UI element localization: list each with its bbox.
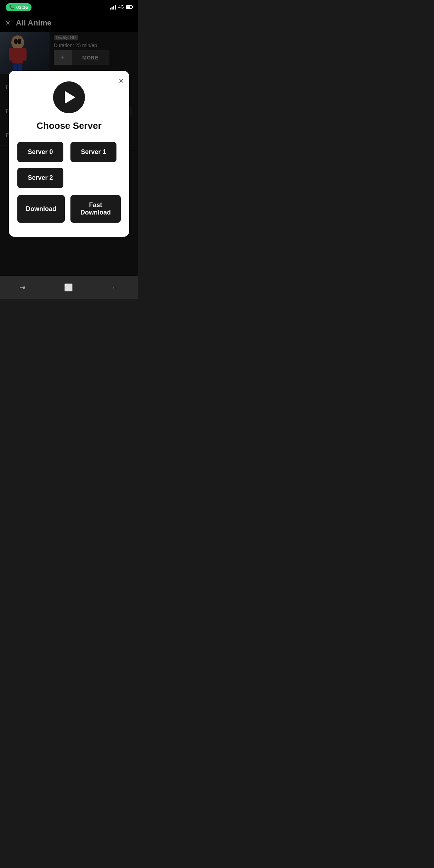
play-icon bbox=[65, 91, 75, 104]
top-bar: × All Anime bbox=[0, 14, 138, 32]
back-icon[interactable]: ← bbox=[106, 281, 124, 295]
status-left: 📞 03:16 bbox=[6, 3, 32, 11]
server-2-button[interactable]: Server 2 bbox=[17, 168, 63, 188]
back-close-icon[interactable]: × bbox=[6, 18, 10, 28]
scrollable-content: Quality: HD Duration: 25 min/ep + MORE E… bbox=[0, 32, 138, 276]
recent-apps-icon[interactable]: ⇥ bbox=[14, 280, 31, 295]
signal-bar-2 bbox=[112, 7, 113, 10]
server-row-2: Server 2 bbox=[17, 168, 121, 188]
choose-server-modal: × Choose Server Server 0 Server 1 Server… bbox=[9, 71, 129, 237]
play-circle bbox=[53, 81, 85, 113]
server-1-button[interactable]: Server 1 bbox=[70, 142, 116, 162]
download-row: Download Fast Download bbox=[17, 195, 121, 223]
home-icon[interactable]: ⬜ bbox=[58, 280, 79, 295]
download-button[interactable]: Download bbox=[17, 195, 65, 223]
fast-download-button[interactable]: Fast Download bbox=[70, 195, 121, 223]
status-bar: 📞 03:16 4G bbox=[0, 0, 138, 14]
modal-title: Choose Server bbox=[36, 120, 102, 131]
modal-close-button[interactable]: × bbox=[119, 76, 124, 85]
call-time: 03:16 bbox=[16, 5, 28, 10]
server-row-1: Server 0 Server 1 bbox=[17, 142, 121, 162]
page-wrapper: 📞 03:16 4G × All Anime bbox=[0, 0, 138, 299]
phone-call-button[interactable]: 📞 03:16 bbox=[6, 3, 32, 11]
bottom-nav: ⇥ ⬜ ← bbox=[0, 276, 138, 299]
server-grid: Server 0 Server 1 Server 2 Download Fast… bbox=[17, 142, 121, 223]
signal-icon bbox=[110, 5, 116, 10]
signal-bar-4 bbox=[115, 5, 116, 10]
status-right: 4G bbox=[110, 5, 132, 10]
phone-icon: 📞 bbox=[9, 5, 15, 10]
battery-icon bbox=[126, 5, 132, 9]
modal-overlay: × Choose Server Server 0 Server 1 Server… bbox=[0, 32, 138, 276]
server-0-button[interactable]: Server 0 bbox=[17, 142, 63, 162]
signal-bar-3 bbox=[113, 6, 114, 10]
page-title: All Anime bbox=[16, 18, 52, 28]
network-label: 4G bbox=[118, 5, 124, 10]
signal-bar-1 bbox=[110, 8, 111, 10]
